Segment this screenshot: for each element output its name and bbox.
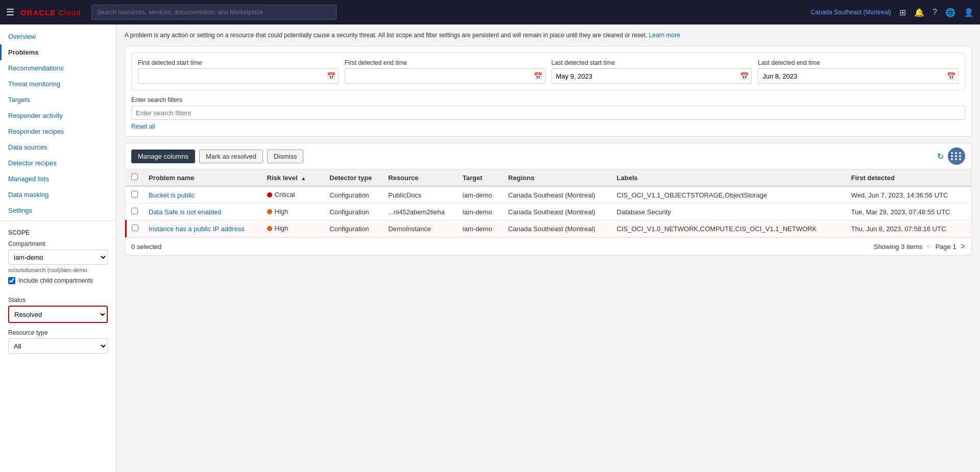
select-all-checkbox[interactable] (131, 173, 138, 180)
row-checkbox-2[interactable] (131, 208, 138, 214)
first-detected-end-input-wrapper: 📅 (345, 68, 545, 84)
problem-link-2[interactable]: Data Safe is not enabled (149, 208, 221, 216)
manage-columns-button[interactable]: Manage columns (131, 150, 195, 163)
sidebar-item-problems[interactable]: Problems (0, 44, 116, 60)
td-labels-3: CIS_OCI_V1.0_NETWORK,COMPUTE,CIS_OCI_V1.… (612, 220, 846, 237)
td-risk-2: High (262, 204, 325, 220)
sidebar-item-overview[interactable]: Overview (0, 29, 116, 44)
scope-title: Scope (8, 229, 108, 236)
risk-dot-1 (267, 192, 272, 197)
table-row-highlighted: Instance has a public IP address High Co… (126, 220, 972, 237)
menu-icon[interactable]: ☰ (6, 7, 14, 18)
td-first-detected-3: Thu, Jun 8, 2023, 07:58:16 UTC (846, 220, 971, 237)
last-detected-start-group: Last detected start time 📅 (552, 59, 752, 84)
risk-label-1: Critical (275, 191, 295, 198)
calendar-icon-3: 📅 (740, 72, 749, 80)
th-target[interactable]: Target (458, 169, 503, 186)
table-row: Bucket is public Critical Configuration … (126, 186, 972, 204)
filter-search-input[interactable] (131, 106, 965, 120)
panel-toggle-button[interactable] (948, 147, 965, 165)
td-resource-1: PublicDocs (383, 186, 458, 204)
include-child-checkbox[interactable] (8, 277, 15, 284)
problem-link-1[interactable]: Bucket is public (149, 191, 195, 199)
next-page-button[interactable]: > (961, 242, 965, 251)
td-labels-1: CIS_OCI_V1.1_OBJECTSTORAGE,ObjectStorage (612, 186, 846, 204)
td-target-3: iam-demo (458, 220, 503, 237)
problem-link-3[interactable]: Instance has a public IP address (149, 225, 245, 233)
table-container: Problem name Risk level ▲ Detector type … (125, 169, 971, 237)
resource-type-select[interactable]: All (8, 338, 108, 354)
grid-icon[interactable]: ⊞ (899, 8, 906, 17)
th-labels[interactable]: Labels (612, 169, 846, 186)
reset-all-link[interactable]: Reset all (131, 123, 155, 130)
row-checkbox-1[interactable] (131, 191, 138, 197)
refresh-icon[interactable]: ↻ (937, 152, 944, 161)
filter-wrapper: First detected start time 📅 First detect… (125, 46, 972, 137)
oracle-logo: ORACLE Cloud (20, 8, 81, 17)
page-indicator: Page 1 (935, 243, 956, 251)
risk-dot-3 (267, 226, 272, 231)
problems-table: Problem name Risk level ▲ Detector type … (125, 169, 971, 237)
row-checkbox-3[interactable] (132, 225, 138, 231)
th-problem-name[interactable]: Problem name (144, 169, 262, 186)
compartment-select[interactable]: iam-demo (8, 250, 108, 265)
th-risk-level[interactable]: Risk level ▲ (262, 169, 325, 186)
compartment-path: ocisolutionarch (root)/iam-demo (8, 267, 108, 273)
th-first-detected[interactable]: First detected (846, 169, 971, 186)
bell-icon[interactable]: 🔔 (914, 8, 924, 17)
td-detector-2: Configuration (324, 204, 383, 220)
main-content: A problem is any action or setting on a … (116, 24, 980, 472)
td-problem-name-3: Instance has a public IP address (144, 220, 262, 237)
compartment-label: Compartment (8, 240, 108, 247)
top-nav-right: Canada Southeast (Montreal) ⊞ 🔔 ? 🌐 👤 (811, 8, 974, 17)
prev-page-button[interactable]: < (926, 242, 931, 251)
sidebar: Overview Problems Recommendations Threat… (0, 24, 116, 472)
region-selector[interactable]: Canada Southeast (Montreal) (811, 9, 891, 16)
selected-count: 0 selected (131, 243, 161, 251)
sidebar-item-detector-recipes[interactable]: Detector recipes (0, 155, 116, 171)
sidebar-item-threat-monitoring[interactable]: Threat monitoring (0, 76, 116, 92)
help-icon[interactable]: ? (933, 8, 937, 17)
sidebar-item-recommendations[interactable]: Recommendations (0, 60, 116, 76)
td-checkbox-3 (126, 220, 144, 237)
sidebar-item-settings[interactable]: Settings (0, 203, 116, 218)
learn-more-link[interactable]: Learn more (649, 32, 680, 39)
user-avatar[interactable]: 👤 (964, 8, 974, 17)
td-resource-3: DemoInstance (383, 220, 458, 237)
td-checkbox-2 (126, 204, 144, 220)
td-first-detected-2: Tue, Mar 28, 2023, 07:48:55 UTC (846, 204, 971, 220)
globe-icon[interactable]: 🌐 (945, 8, 955, 17)
sidebar-item-responder-recipes[interactable]: Responder recipes (0, 123, 116, 139)
table-section: Manage columns Mark as resolved Dismiss … (125, 143, 972, 256)
first-detected-end-input[interactable] (345, 68, 545, 84)
sidebar-item-responder-activity[interactable]: Responder activity (0, 108, 116, 123)
dismiss-button[interactable]: Dismiss (267, 150, 304, 163)
th-resource[interactable]: Resource (383, 169, 458, 186)
status-select[interactable]: Open Resolved Dismissed (9, 307, 107, 322)
last-detected-end-input[interactable] (758, 68, 959, 84)
calendar-icon-4: 📅 (947, 72, 955, 80)
table-toolbar: Manage columns Mark as resolved Dismiss … (125, 143, 971, 169)
include-child-row: Include child compartments (8, 277, 108, 284)
td-regions-3: Canada Southeast (Montreal) (503, 220, 612, 237)
first-detected-end-label: First detected end time (345, 59, 545, 66)
sidebar-item-data-masking[interactable]: Data masking (0, 187, 116, 203)
td-target-2: iam-demo (458, 204, 503, 220)
mark-as-resolved-button[interactable]: Mark as resolved (199, 150, 263, 163)
sidebar-item-managed-lists[interactable]: Managed lists (0, 171, 116, 187)
first-detected-start-input[interactable] (138, 68, 339, 84)
resource-type-label: Resource type (8, 329, 108, 336)
td-problem-name-2: Data Safe is not enabled (144, 204, 262, 220)
th-detector-type[interactable]: Detector type (324, 169, 383, 186)
last-detected-start-input[interactable] (552, 68, 752, 84)
main-layout: Overview Problems Recommendations Threat… (0, 24, 980, 472)
td-labels-2: Database Security (612, 204, 846, 220)
th-regions[interactable]: Regions (503, 169, 612, 186)
status-select-wrapper: Open Resolved Dismissed (8, 306, 108, 323)
sidebar-item-data-sources[interactable]: Data sources (0, 139, 116, 155)
status-section: Status Open Resolved Dismissed (0, 296, 116, 329)
td-checkbox-1 (126, 186, 144, 204)
global-search-input[interactable] (91, 5, 337, 20)
sidebar-item-targets[interactable]: Targets (0, 92, 116, 108)
first-detected-start-input-wrapper: 📅 (138, 68, 339, 84)
